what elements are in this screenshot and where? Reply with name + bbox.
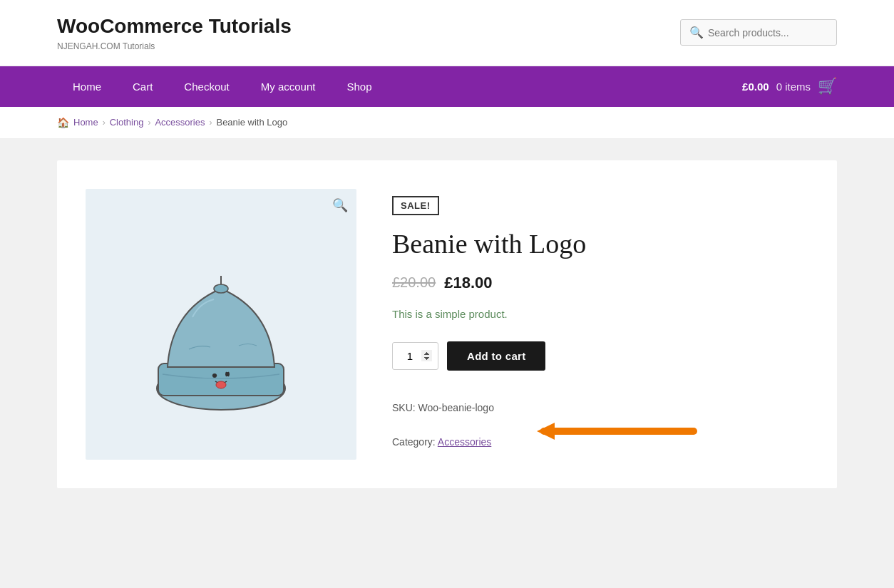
main-nav: Home Cart Checkout My account Shop £0.00… — [0, 66, 894, 107]
search-box[interactable]: 🔍 — [680, 19, 837, 46]
sale-badge: SALE! — [392, 196, 439, 215]
main-content: 🔍 — [0, 139, 894, 531]
nav-links: Home Cart Checkout My account Shop — [57, 66, 387, 107]
nav-item-checkout[interactable]: Checkout — [168, 66, 245, 107]
breadcrumb-clothing[interactable]: Clothing — [110, 117, 144, 128]
nav-item-home[interactable]: Home — [57, 66, 117, 107]
cart-area: £0.00 0 items 🛒 — [742, 77, 837, 96]
breadcrumb-accessories[interactable]: Accessories — [155, 117, 205, 128]
product-image — [128, 225, 314, 424]
product-card: 🔍 — [57, 160, 837, 488]
sku-line: SKU: Woo-beanie-logo — [392, 399, 808, 417]
breadcrumb-sep-1: › — [103, 118, 106, 128]
breadcrumb-current: Beanie with Logo — [216, 117, 287, 128]
sku-value: Woo-beanie-logo — [418, 402, 494, 413]
site-branding: WooCommerce Tutorials NJENGAH.COM Tutori… — [57, 14, 292, 51]
add-to-cart-button[interactable]: Add to cart — [447, 341, 545, 371]
nav-link-home[interactable]: Home — [57, 66, 117, 107]
site-subtitle: NJENGAH.COM Tutorials — [57, 41, 292, 51]
product-title: Beanie with Logo — [392, 228, 808, 259]
add-to-cart-row: Add to cart — [392, 341, 808, 371]
site-header: WooCommerce Tutorials NJENGAH.COM Tutori… — [0, 0, 894, 66]
nav-item-myaccount[interactable]: My account — [245, 66, 332, 107]
svg-marker-11 — [537, 423, 555, 440]
nav-link-myaccount[interactable]: My account — [245, 66, 332, 107]
arrow-annotation — [501, 417, 701, 451]
breadcrumb-sep-3: › — [209, 118, 212, 128]
zoom-icon[interactable]: 🔍 — [332, 197, 348, 213]
cart-count: 0 items — [776, 81, 811, 93]
product-description: This is a simple product. — [392, 308, 808, 320]
price-old: £20.00 — [392, 274, 436, 291]
cart-total: £0.00 — [742, 81, 769, 93]
nav-link-shop[interactable]: Shop — [331, 66, 387, 107]
svg-point-7 — [216, 381, 226, 388]
category-line: Category: Accessories — [392, 417, 808, 451]
product-meta: SKU: Woo-beanie-logo Category: Accessori… — [392, 399, 808, 451]
category-link[interactable]: Accessories — [438, 436, 491, 448]
product-details: SALE! Beanie with Logo £20.00 £18.00 Thi… — [392, 189, 808, 451]
sku-label: SKU: — [392, 402, 416, 413]
breadcrumb: 🏠 Home › Clothing › Accessories › Beanie… — [57, 117, 837, 128]
svg-point-2 — [214, 284, 228, 293]
search-input[interactable] — [708, 27, 828, 38]
price-wrap: £20.00 £18.00 — [392, 274, 808, 292]
quantity-input[interactable] — [392, 342, 438, 370]
site-title: WooCommerce Tutorials — [57, 14, 292, 38]
svg-rect-1 — [158, 363, 284, 396]
nav-link-cart[interactable]: Cart — [117, 66, 168, 107]
search-icon: 🔍 — [689, 26, 704, 39]
category-label: Category: — [392, 436, 436, 448]
orange-arrow-svg — [501, 417, 701, 445]
nav-item-shop[interactable]: Shop — [331, 66, 387, 107]
price-new: £18.00 — [444, 274, 492, 292]
cart-basket-icon[interactable]: 🛒 — [818, 77, 837, 96]
breadcrumb-wrap: 🏠 Home › Clothing › Accessories › Beanie… — [0, 107, 894, 139]
breadcrumb-home[interactable]: Home — [73, 117, 98, 128]
product-image-wrap: 🔍 — [86, 189, 356, 460]
breadcrumb-sep-2: › — [148, 118, 150, 128]
nav-link-checkout[interactable]: Checkout — [168, 66, 245, 107]
home-icon: 🏠 — [57, 117, 69, 128]
nav-item-cart[interactable]: Cart — [117, 66, 168, 107]
